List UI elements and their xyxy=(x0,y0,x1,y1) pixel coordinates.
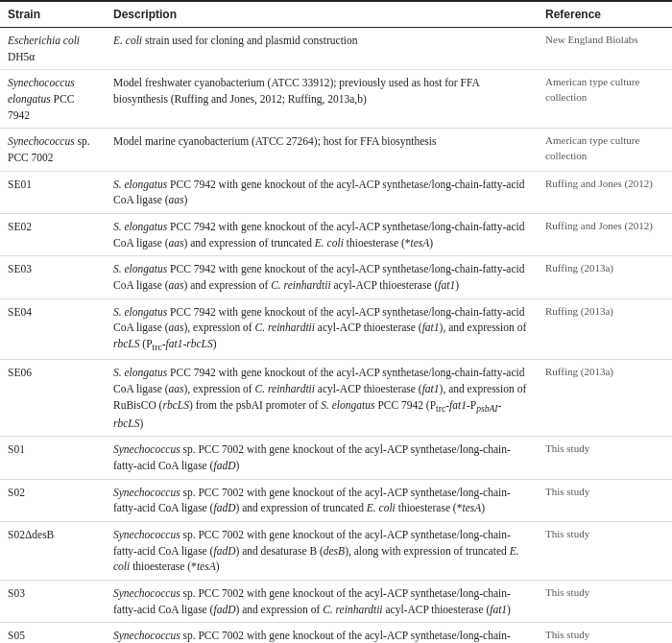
strain-cell: SE01 xyxy=(0,171,106,213)
reference-cell: Ruffing and Jones (2012) xyxy=(538,214,672,256)
column-header-reference: Reference xyxy=(538,1,672,28)
strain-cell: Escherichia coli DH5α xyxy=(0,28,106,70)
table-row: S01Synechococcus sp. PCC 7002 with gene … xyxy=(0,437,672,479)
strain-cell: Synechococcus sp. PCC 7002 xyxy=(0,129,106,171)
reference-cell: This study xyxy=(538,479,672,521)
strain-cell: S01 xyxy=(0,437,106,479)
table-row: Escherichia coli DH5αE. coli strain used… xyxy=(0,28,672,70)
description-cell: Synechococcus sp. PCC 7002 with gene kno… xyxy=(106,522,538,581)
reference-cell: This study xyxy=(538,581,672,623)
column-header-strain: Strain xyxy=(0,1,106,28)
reference-cell: American type culture collection xyxy=(538,129,672,171)
reference-cell: Ruffing (2013a) xyxy=(538,256,672,298)
description-cell: Synechococcus sp. PCC 7002 with gene kno… xyxy=(106,581,538,623)
description-cell: S. elongatus PCC 7942 with gene knockout… xyxy=(106,256,538,298)
reference-cell: Ruffing (2013a) xyxy=(538,360,672,437)
table-row: SE04S. elongatus PCC 7942 with gene knoc… xyxy=(0,298,672,360)
reference-cell: This study xyxy=(538,437,672,479)
table-row: SE06S. elongatus PCC 7942 with gene knoc… xyxy=(0,360,672,437)
reference-cell: Ruffing and Jones (2012) xyxy=(538,171,672,213)
reference-cell: Ruffing (2013a) xyxy=(538,298,672,360)
table-row: SE02S. elongatus PCC 7942 with gene knoc… xyxy=(0,214,672,256)
table-row: S05Synechococcus sp. PCC 7002 with gene … xyxy=(0,623,672,643)
description-cell: S. elongatus PCC 7942 with gene knockout… xyxy=(106,214,538,256)
table-row: S02Synechococcus sp. PCC 7002 with gene … xyxy=(0,479,672,521)
reference-cell: New England Biolabs xyxy=(538,28,672,70)
reference-cell: American type culture collection xyxy=(538,70,672,129)
strain-cell: SE02 xyxy=(0,214,106,256)
table-row: SE01S. elongatus PCC 7942 with gene knoc… xyxy=(0,171,672,213)
reference-cell: This study xyxy=(538,623,672,643)
description-cell: Model freshwater cyanobacterium (ATCC 33… xyxy=(106,70,538,129)
description-cell: S. elongatus PCC 7942 with gene knockout… xyxy=(106,360,538,437)
table-row: S03Synechococcus sp. PCC 7002 with gene … xyxy=(0,581,672,623)
description-cell: S. elongatus PCC 7942 with gene knockout… xyxy=(106,298,538,360)
description-cell: Synechococcus sp. PCC 7002 with gene kno… xyxy=(106,437,538,479)
description-cell: E. coli strain used for cloning and plas… xyxy=(106,28,538,70)
description-cell: Model marine cyanobacterium (ATCC 27264)… xyxy=(106,129,538,171)
strain-cell: S02ΔdesB xyxy=(0,522,106,581)
table-row: Synechococcus elongatus PCC 7942Model fr… xyxy=(0,70,672,129)
table-row: Synechococcus sp. PCC 7002Model marine c… xyxy=(0,129,672,171)
description-cell: Synechococcus sp. PCC 7002 with gene kno… xyxy=(106,623,538,643)
table-row: S02ΔdesBSynechococcus sp. PCC 7002 with … xyxy=(0,522,672,581)
strain-cell: S05 xyxy=(0,623,106,643)
strain-cell: SE04 xyxy=(0,298,106,360)
strain-cell: S03 xyxy=(0,581,106,623)
description-cell: Synechococcus sp. PCC 7002 with gene kno… xyxy=(106,479,538,521)
table-row: SE03S. elongatus PCC 7942 with gene knoc… xyxy=(0,256,672,298)
strain-cell: SE03 xyxy=(0,256,106,298)
reference-cell: This study xyxy=(538,522,672,581)
strain-cell: SE06 xyxy=(0,360,106,437)
description-cell: S. elongatus PCC 7942 with gene knockout… xyxy=(106,171,538,213)
column-header-description: Description xyxy=(106,1,538,28)
strain-cell: S02 xyxy=(0,479,106,521)
strain-cell: Synechococcus elongatus PCC 7942 xyxy=(0,70,106,129)
